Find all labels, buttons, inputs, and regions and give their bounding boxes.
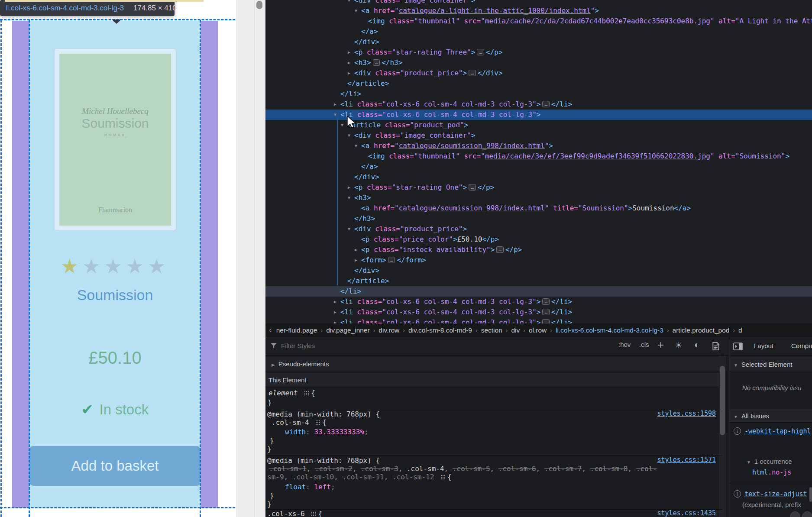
book-cover-image[interactable]: Michel Houellebecq Soumission ROMAN Flam… [59, 54, 171, 226]
markup-row[interactable]: ▶<li class="col-xs-6 col-sm-4 col-md-3 c… [265, 317, 812, 323]
markup-row[interactable]: </li> [265, 286, 812, 297]
markup-row[interactable]: </li> [265, 89, 812, 99]
collapse-arrow-icon[interactable]: ▼ [332, 110, 339, 120]
selector-highlighter-icon[interactable] [440, 475, 445, 479]
occurrence-row[interactable]: ▼1 occurrence [747, 458, 792, 465]
product-title-link[interactable]: Soumission [29, 287, 201, 304]
markup-row[interactable]: </article> [265, 78, 812, 89]
markup-row[interactable]: ▶<div class="product_price">…</div> [265, 68, 812, 78]
markup-row[interactable]: ▼<div class="image_container"> [265, 130, 812, 141]
markup-row[interactable]: <a href="catalogue/soumission_998/index.… [265, 203, 812, 213]
print-sim-icon[interactable] [712, 342, 719, 351]
breadcrumb-item[interactable]: li.col-xs-6.col-sm-4.col-md-3.col-lg-3 [556, 326, 663, 334]
markup-row[interactable]: ▶<p class="star-rating Three">…</p> [265, 47, 812, 58]
expand-arrow-icon[interactable]: ▶ [353, 255, 359, 265]
inline-expander-badge[interactable]: … [542, 298, 550, 305]
selector-highlighter-icon[interactable] [304, 391, 309, 395]
markup-row[interactable]: </a> [265, 162, 812, 172]
page-scrollbar-thumb[interactable] [256, 1, 262, 9]
markup-row[interactable]: ▼<a href="catalogue/a-light-in-the-attic… [265, 6, 812, 16]
markup-row[interactable]: </a> [265, 26, 812, 37]
markup-row[interactable]: <img class="thumbnail" src="media/cache/… [265, 151, 812, 162]
stylesheet-link[interactable]: styles.css:1571 [657, 456, 716, 464]
issue-text-size-adjust-link[interactable]: text-size-adjust [744, 490, 807, 498]
markup-row[interactable]: </article> [265, 276, 812, 286]
inline-expander-badge[interactable]: … [542, 101, 550, 107]
filter-styles-input[interactable]: Filter Styles [281, 342, 315, 349]
collapse-arrow-icon[interactable]: ▼ [339, 120, 346, 130]
markup-row[interactable]: </div> [265, 265, 812, 276]
markup-row[interactable]: ▶<li class="col-xs-6 col-sm-4 col-md-3 c… [265, 307, 812, 317]
markup-row[interactable]: ▶<li class="col-xs-6 col-sm-4 col-md-3 c… [265, 99, 812, 110]
markup-row[interactable]: ▶<p class="instock availability">…</p> [265, 245, 812, 255]
expand-arrow-icon[interactable]: ▶ [332, 307, 339, 317]
expand-arrow-icon[interactable]: ▶ [332, 99, 339, 110]
expand-arrow-icon[interactable]: ▶ [346, 58, 353, 68]
expand-arrow-icon[interactable]: ▶ [332, 317, 339, 323]
collapse-arrow-icon[interactable]: ▼ [346, 130, 353, 141]
add-rule-button[interactable]: + [657, 338, 664, 352]
breadcrumb-item[interactable]: div [511, 326, 520, 334]
add-to-basket-button[interactable]: Add to basket [29, 446, 201, 486]
expand-arrow-icon[interactable]: ▶ [332, 297, 339, 307]
breadcrumb-item[interactable]: div.row [379, 326, 399, 334]
markup-row[interactable]: ▼<div class="image_container"> [265, 0, 812, 6]
collapse-arrow-icon[interactable]: ▼ [353, 6, 359, 16]
markup-row[interactable]: ▼<div class="product_price"> [265, 224, 812, 234]
class-toggle[interactable]: .cls [639, 341, 649, 348]
markup-row[interactable]: ▼<a href="catalogue/soumission_998/index… [265, 141, 812, 151]
collapse-arrow-icon[interactable]: ▼ [346, 193, 353, 203]
breadcrumb-item[interactable]: ner-fluid.page [276, 326, 317, 334]
expand-arrow-icon[interactable]: ▶ [346, 47, 353, 58]
markup-row[interactable]: <p class="price_color">£50.10</p> [265, 234, 812, 245]
markup-row[interactable]: </div> [265, 37, 812, 47]
expand-arrow-icon[interactable]: ▶ [353, 245, 359, 255]
selector-highlighter-icon[interactable] [311, 511, 316, 516]
expand-arrow-icon[interactable]: ▶ [346, 68, 353, 78]
inline-expander-badge[interactable]: … [542, 309, 550, 315]
markup-row[interactable]: </h3> [265, 213, 812, 224]
pseudo-elements-header[interactable]: ▶Pseudo-elements [265, 357, 722, 371]
breadcrumb-item[interactable]: ol.row [529, 326, 547, 334]
markup-row[interactable]: ▼<h3> [265, 193, 812, 203]
inline-expander-badge[interactable]: … [477, 49, 484, 55]
breadcrumb-item[interactable]: div.col-sm-8.col-md-9 [408, 326, 472, 334]
inline-expander-badge[interactable]: … [542, 319, 550, 323]
all-issues-header[interactable]: ▼All Issues [729, 409, 812, 423]
markup-row[interactable]: ▶<h3>…</h3> [265, 58, 812, 68]
breadcrumb-item[interactable]: d [738, 326, 742, 334]
markup-row[interactable]: ▶<form>…</form> [265, 255, 812, 265]
tab-layout[interactable]: Layout [754, 342, 773, 349]
inline-expander-badge[interactable]: … [469, 70, 476, 76]
stylesheet-link[interactable]: styles.css:1598 [657, 410, 716, 417]
breadcrumb-scroll-left-icon[interactable]: ‹ [269, 325, 272, 335]
breadcrumb-item[interactable]: div.page_inner [326, 326, 370, 334]
rules-scrollbar-thumb[interactable] [720, 366, 725, 435]
sidebar-scrollbar-thumb[interactable] [809, 487, 812, 502]
tab-computed[interactable]: Compu [791, 342, 812, 349]
occurrence-element[interactable]: html.no-js [752, 469, 791, 476]
markup-row[interactable]: <img class="thumbnail" src="media/cache/… [265, 16, 812, 26]
dark-mode-sim-icon[interactable]: ◐ [694, 340, 699, 350]
markup-row[interactable]: </div> [265, 172, 812, 182]
markup-row[interactable]: ▶<p class="star-rating One">…</p> [265, 182, 812, 193]
breadcrumb-item[interactable]: article.product_pod [673, 326, 730, 334]
inline-expander-badge[interactable]: … [469, 184, 476, 191]
collapse-arrow-icon[interactable]: ▼ [353, 141, 359, 151]
infobar-dimensions: 174.85 × 410 [133, 4, 177, 13]
collapse-arrow-icon[interactable]: ▼ [346, 224, 353, 234]
issue-webkit-tap-link[interactable]: -webkit-tap-highl [744, 427, 811, 435]
stylesheet-link[interactable]: styles.css:1435 [657, 509, 716, 517]
inline-expander-badge[interactable]: … [388, 257, 395, 263]
expand-panel-icon[interactable] [733, 343, 743, 350]
markup-row[interactable]: ▶<li class="col-xs-6 col-sm-4 col-md-3 c… [265, 297, 812, 307]
expand-arrow-icon[interactable]: ▶ [346, 182, 353, 193]
light-mode-sim-icon[interactable]: ☀ [675, 340, 683, 350]
collapse-arrow-icon[interactable]: ▼ [346, 0, 353, 6]
inline-expander-badge[interactable]: … [373, 59, 380, 66]
breadcrumb-item[interactable]: section [481, 326, 502, 334]
selected-element-header[interactable]: ▼Selected Element [729, 357, 812, 371]
pseudo-class-toggle[interactable]: :hov [618, 341, 631, 348]
inline-expander-badge[interactable]: … [496, 246, 504, 253]
selector-highlighter-icon[interactable] [315, 420, 320, 425]
